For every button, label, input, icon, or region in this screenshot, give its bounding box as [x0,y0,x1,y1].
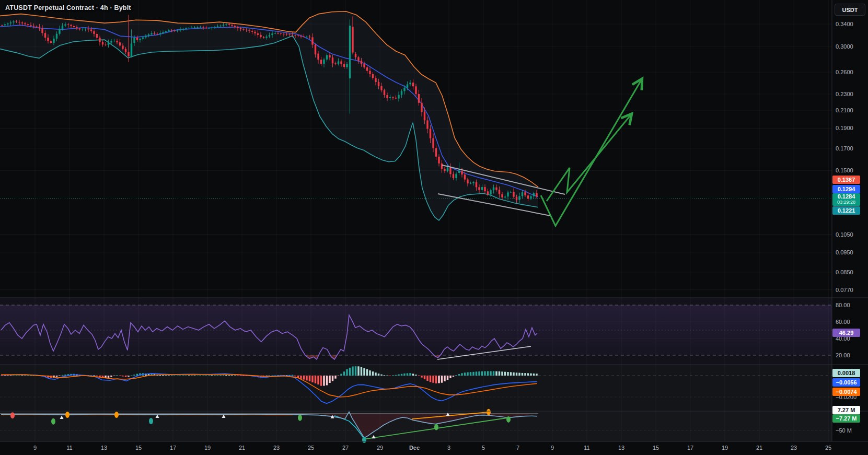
rsi-band-fill [0,305,832,355]
time-tick-label: 13 [618,445,624,451]
bb-basis-price-badge: 0.1294 [832,185,860,193]
time-tick-label: 27 [342,445,349,451]
bb-upper-price-badge: 0.1367 [832,176,860,184]
time-tick-label: 3 [447,445,450,451]
price-tick-label: 0.0950 [836,249,853,255]
rsi-tick-label: 80.00 [836,302,850,308]
time-tick-label: 7 [516,445,519,451]
rsi-tick-label: 20.00 [836,352,850,358]
time-tick-label: 25 [825,445,831,451]
rsi-pane[interactable] [0,305,832,359]
time-tick-label: 11 [584,445,589,451]
flow-signal-dot [487,409,491,415]
flow-signal-dot [114,412,119,418]
macd-histogram-badge: 0.0018 [832,369,860,377]
flow-signal-dot [149,418,153,424]
price-tick-label: 0.1900 [836,125,853,131]
time-tick-label: 11 [66,445,72,451]
price-tick-label: 0.3000 [836,43,853,50]
time-tick-label: 15 [653,445,659,451]
chart-title: ATUSDT Perpetual Contract · 4h · Bybit [5,4,131,11]
trading-chart-window: 0.34000.30000.26000.23000.21000.19000.17… [0,0,868,455]
time-tick-label: 23 [791,445,797,451]
time-tick-label: 17 [170,445,176,451]
bb-lower-price-badge: 0.1221 [832,206,860,215]
last-price-badge: 0.1284 03:29:28 [832,193,860,206]
time-tick-label: 21 [756,445,762,451]
flow-positive-badge: 7.27 M [832,406,860,414]
flow-signal-dot [434,424,438,430]
rsi-tick-label: 60.00 [836,319,850,325]
currency-toggle-button[interactable]: USDT [835,4,865,16]
time-tick-label: 9 [33,445,37,451]
time-tick-label: 17 [687,445,693,451]
flow-signal-dot [298,415,302,421]
macd-line-badge: −0.0056 [832,378,860,387]
rsi-value-badge: 46.29 [832,329,860,337]
price-tick-label: 0.0770 [836,287,853,293]
time-tick-label: 19 [204,445,211,451]
price-tick-label: 0.2600 [836,69,853,75]
flow-signal-dot [506,416,511,423]
time-tick-label: 15 [135,445,142,451]
flow-signal-dot [10,412,15,418]
time-tick-label: Dec [409,445,420,451]
last-price-value: 0.1284 [838,194,855,200]
time-tick-label: 25 [308,445,314,451]
time-tick-label: 13 [101,445,107,451]
flow-negative-badge: −7.27 M [832,414,860,423]
price-tick-label: 0.0850 [836,269,853,275]
price-tick-label: 0.2300 [836,91,853,97]
time-tick-label: 5 [482,445,485,451]
time-tick-label: 29 [377,445,383,451]
flow-signal-dot [65,412,70,418]
macd-signal-badge: −0.0074 [832,388,860,396]
time-tick-label: 23 [273,445,280,451]
price-tick-label: 0.2100 [836,107,853,113]
chart-canvas[interactable]: 0.34000.30000.26000.23000.21000.19000.17… [0,0,868,455]
time-tick-label: 21 [239,445,245,451]
price-tick-label: 0.3400 [836,21,853,27]
price-tick-label: 0.1700 [836,145,853,151]
time-tick-label: 19 [722,445,728,451]
flow-tick-label: −50 M [836,427,852,434]
pane-backgrounds [0,0,868,455]
price-tick-label: 0.1500 [836,167,853,173]
price-tick-label: 0.1050 [836,231,853,238]
flow-signal-dot [51,418,55,425]
time-tick-label: 9 [551,445,554,451]
bar-countdown: 03:29:28 [837,200,855,205]
flow-signal-dot [362,437,366,443]
